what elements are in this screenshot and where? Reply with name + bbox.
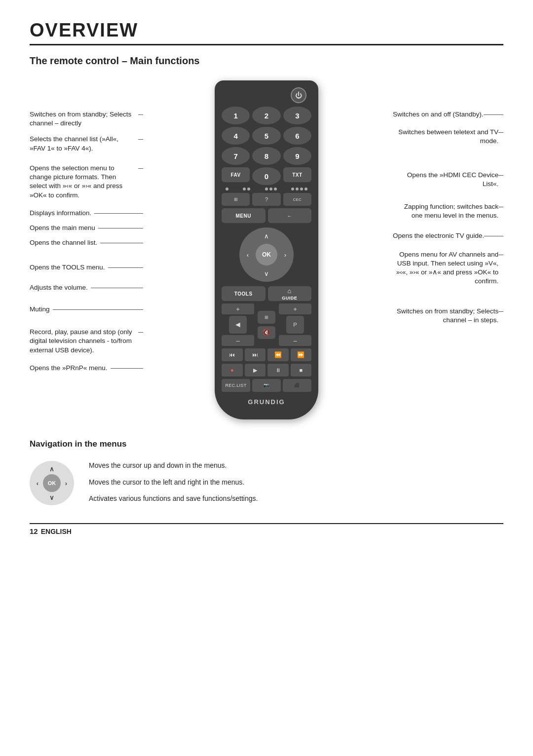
- btn-0[interactable]: 0: [252, 167, 280, 185]
- nav-up-button[interactable]: ∧: [259, 228, 274, 243]
- nav-section-title: Navigation in the menus: [30, 439, 503, 449]
- nav-outer: ∧ ∨ ‹ › OK: [239, 227, 294, 282]
- nav-ok-button[interactable]: OK: [256, 244, 277, 265]
- btn-rewind[interactable]: ⏪: [267, 348, 289, 361]
- label-tv-guide: Opens the electronic TV guide.: [390, 231, 503, 240]
- btn-6[interactable]: 6: [283, 127, 311, 145]
- nav-left-button[interactable]: ‹: [240, 247, 255, 262]
- btn-9[interactable]: 9: [283, 147, 311, 165]
- nav-down-button[interactable]: ∨: [259, 266, 274, 281]
- label-teletext: Switches between teletext and TV mode.: [390, 128, 503, 146]
- power-icon: ⏻: [295, 91, 302, 99]
- label-muting: Muting: [30, 305, 143, 314]
- label-av-channels: Opens menu for AV channels and USB input…: [390, 250, 503, 286]
- mini-nav-left: ‹: [32, 477, 43, 489]
- dot-group-3: [265, 188, 277, 190]
- label-volume: Adjusts the volume.: [30, 283, 143, 292]
- dot-group-4: [291, 188, 307, 190]
- btn-prev[interactable]: ⏮: [222, 348, 243, 361]
- mini-ok-button: OK: [43, 474, 61, 492]
- btn-menu[interactable]: MENU: [222, 208, 266, 223]
- diagram-area: Switches on from standby; Selects channe…: [30, 80, 503, 419]
- nav-desc-left-right: Moves the cursor to the left and right i…: [89, 478, 258, 488]
- label-standby-steps: Switches on from standby; Selects channe…: [390, 307, 503, 325]
- btn-av[interactable]: ⊞: [258, 311, 275, 324]
- play-row: ● ▶ ⏸ ■: [222, 364, 311, 377]
- btn-rec[interactable]: ●: [222, 364, 243, 377]
- btn-play[interactable]: ▶: [245, 364, 266, 377]
- nav-desc-up-down: Moves the cursor up and down in the menu…: [89, 461, 258, 471]
- btn-pause[interactable]: ⏸: [267, 364, 289, 377]
- btn-tools[interactable]: TOOLS: [222, 286, 266, 301]
- btn-stop[interactable]: ■: [291, 364, 312, 377]
- btn-txt[interactable]: TXT: [283, 167, 311, 182]
- dots-row: [222, 188, 311, 190]
- speaker-icon: ◄: [229, 316, 247, 334]
- btn-back[interactable]: ←: [268, 208, 312, 223]
- language-label: ENGLISH: [41, 528, 72, 535]
- left-labels: Switches on from standby; Selects channe…: [30, 80, 143, 375]
- guide-home-icon: ⌂: [288, 287, 292, 295]
- btn-vol-plus[interactable]: +: [222, 303, 254, 314]
- volume-col-left: + ◄ –: [222, 303, 254, 346]
- btn-guide[interactable]: ⌂ GUIDE: [268, 286, 312, 301]
- nav-right-button[interactable]: ›: [278, 247, 293, 262]
- label-prnp: Opens the »PRnP« menu.: [30, 364, 143, 373]
- btn-ch-minus[interactable]: –: [279, 335, 311, 346]
- btn-next[interactable]: ⏭: [245, 348, 266, 361]
- btn-1[interactable]: 1: [222, 107, 250, 124]
- btn-camera[interactable]: 📷: [252, 379, 281, 392]
- page-title: OVERVIEW: [30, 20, 503, 45]
- label-tools: Opens the TOOLS menu.: [30, 263, 143, 272]
- channel-col-right: + P –: [279, 303, 311, 346]
- remote-wrapper: ⏻ 1 2 3 4 5 6 7 8 9 FAV 0 TXT: [143, 80, 390, 419]
- btn-2[interactable]: 2: [252, 107, 280, 124]
- nav-cross: ∧ ∨ ‹ › OK: [239, 227, 294, 282]
- dot-1: [226, 188, 228, 190]
- nav-section: Navigation in the menus ∧ ∨ ‹ › OK Moves…: [30, 439, 503, 505]
- nav-section-content: ∧ ∨ ‹ › OK Moves the cursor up and down …: [30, 461, 503, 505]
- av-col-center: ⊞ 🔇: [257, 311, 276, 339]
- page-footer: 12 ENGLISH: [30, 523, 503, 535]
- btn-subtitles[interactable]: ⬛: [283, 379, 311, 392]
- btn-cec[interactable]: CEC: [283, 193, 311, 206]
- label-record: Record, play, pause and stop (only digit…: [30, 328, 143, 355]
- label-picture-format: Opens the selection menu to change pictu…: [30, 164, 143, 200]
- mini-nav-cross: ∧ ∨ ‹ › OK: [30, 461, 74, 505]
- rec-row: REC.LIST 📷 ⬛: [222, 379, 311, 392]
- menu-row: MENU ←: [222, 208, 311, 223]
- btn-rec-list[interactable]: REC.LIST: [222, 379, 250, 392]
- nav-descriptions: Moves the cursor up and down in the menu…: [89, 461, 258, 504]
- btn-ch-plus[interactable]: +: [279, 303, 311, 314]
- btn-pip[interactable]: ⊞: [222, 193, 250, 206]
- label-main-menu: Opens the main menu: [30, 224, 143, 232]
- btn-7[interactable]: 7: [222, 147, 250, 165]
- btn-mute[interactable]: 🔇: [258, 326, 275, 339]
- label-standby-off: Switches on and off (Standby).: [390, 110, 503, 119]
- page-number: 12: [30, 527, 38, 535]
- dot-group-2: [243, 188, 250, 190]
- mini-nav-right: ›: [60, 477, 72, 489]
- remote-control: ⏻ 1 2 3 4 5 6 7 8 9 FAV 0 TXT: [215, 80, 318, 419]
- btn-question[interactable]: ?: [252, 193, 280, 206]
- nav-desc-ok: Activates various functions and save fun…: [89, 494, 258, 504]
- label-channel-list: Selects the channel list (»All«, »FAV 1«…: [30, 135, 143, 152]
- label-standby-on: Switches on from standby; Selects channe…: [30, 110, 143, 128]
- btn-vol-minus[interactable]: –: [222, 335, 254, 346]
- btn-ffwd[interactable]: ⏩: [291, 348, 312, 361]
- btn-4[interactable]: 4: [222, 127, 250, 145]
- label-zapping: Zapping function; switches back one menu…: [390, 202, 503, 220]
- mini-nav-up: ∧: [46, 463, 58, 475]
- label-channel-list2: Opens the channel list.: [30, 238, 143, 247]
- tools-row: TOOLS ⌂ GUIDE: [222, 286, 311, 301]
- btn-5[interactable]: 5: [252, 127, 280, 145]
- remote-brand: GRUNDIG: [248, 398, 285, 406]
- btn-8[interactable]: 8: [252, 147, 280, 165]
- btn-fav[interactable]: FAV: [222, 167, 250, 182]
- power-button[interactable]: ⏻: [291, 87, 306, 103]
- fav-row: FAV 0 TXT: [222, 167, 311, 185]
- label-hdmi-cec: Opens the »HDMI CEC Device List«.: [390, 171, 503, 189]
- transport-row: ⏮ ⏭ ⏪ ⏩: [222, 348, 311, 361]
- guide-label: GUIDE: [282, 296, 297, 301]
- btn-3[interactable]: 3: [283, 107, 311, 124]
